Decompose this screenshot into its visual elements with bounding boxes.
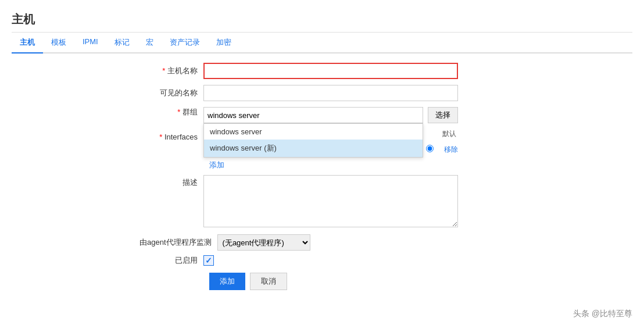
group-input-wrap: windows server windows server (新) xyxy=(203,107,423,123)
interfaces-label: Interfaces xyxy=(139,129,203,141)
desc-row: 描述 xyxy=(139,175,458,227)
dropdown-item-1[interactable]: windows server (新) xyxy=(204,140,423,157)
dropdown-item-0[interactable]: windows server xyxy=(204,124,423,140)
hostname-row: 主机名称 xyxy=(139,63,458,79)
action-row: 添加 取消 xyxy=(209,273,458,290)
agent-select[interactable]: (无agent代理程序) xyxy=(217,234,310,251)
agent-label: 由agent代理程序监测 xyxy=(139,237,217,248)
hostname-input[interactable] xyxy=(203,63,458,79)
tab-ipmi[interactable]: IPMI xyxy=(74,33,106,52)
tab-tag[interactable]: 标记 xyxy=(106,33,138,52)
tab-bar: 主机 模板 IPMI 标记 宏 资产记录 加密 xyxy=(12,33,632,53)
desc-textarea[interactable] xyxy=(203,175,458,227)
desc-label: 描述 xyxy=(139,175,203,188)
enabled-checkbox[interactable]: ✓ xyxy=(203,255,214,266)
tab-host[interactable]: 主机 xyxy=(12,33,43,53)
tab-macro[interactable]: 宏 xyxy=(138,33,162,52)
add-interface-link[interactable]: 添加 xyxy=(209,160,458,170)
visible-name-input[interactable] xyxy=(203,85,458,101)
iface-remove-link[interactable]: 移除 xyxy=(444,145,458,155)
group-dropdown: windows server windows server (新) xyxy=(203,123,423,158)
submit-add-button[interactable]: 添加 xyxy=(209,273,245,290)
group-row: 群组 windows server windows server (新) 选择 xyxy=(139,107,458,123)
group-select-button[interactable]: 选择 xyxy=(428,107,458,123)
cancel-button[interactable]: 取消 xyxy=(250,273,287,290)
agent-row: 由agent代理程序监测 (无agent代理程序) xyxy=(139,234,458,251)
check-icon: ✓ xyxy=(205,256,212,265)
tab-template[interactable]: 模板 xyxy=(43,33,74,52)
tab-asset[interactable]: 资产记录 xyxy=(162,33,208,52)
group-label: 群组 xyxy=(139,107,203,117)
tab-encrypt[interactable]: 加密 xyxy=(208,33,239,52)
enabled-row: 已启用 ✓ xyxy=(139,255,458,266)
group-input[interactable] xyxy=(203,107,423,123)
visible-name-label: 可见的名称 xyxy=(139,88,203,98)
page-title: 主机 xyxy=(12,6,632,33)
interfaces-col-default: 默认 xyxy=(441,129,458,139)
hostname-label: 主机名称 xyxy=(139,66,203,76)
iface-default-radio[interactable] xyxy=(421,145,438,154)
visible-name-row: 可见的名称 xyxy=(139,85,458,101)
enabled-label: 已启用 xyxy=(139,255,203,266)
